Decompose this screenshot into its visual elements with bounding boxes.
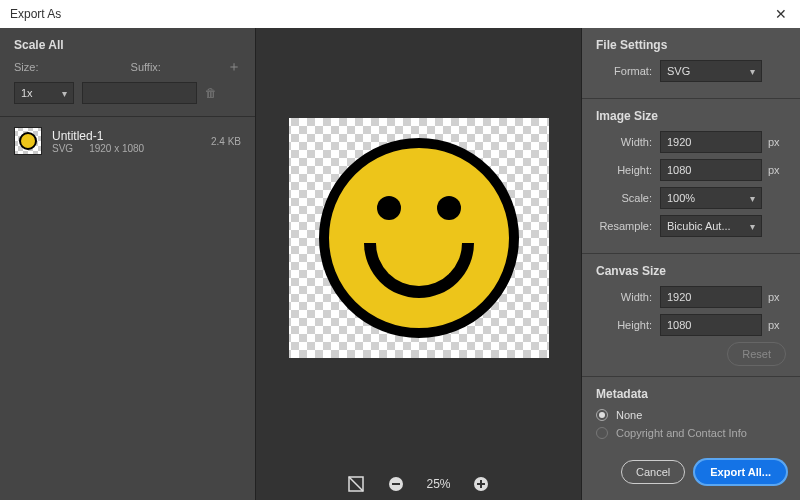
file-format: SVG xyxy=(52,143,73,154)
reset-button[interactable]: Reset xyxy=(727,342,786,366)
img-width-input[interactable]: 1920 xyxy=(660,131,762,153)
px-unit: px xyxy=(768,164,786,176)
chevron-down-icon: ▾ xyxy=(750,221,755,232)
file-name: Untitled-1 xyxy=(52,129,201,143)
canvas-size-section: Canvas Size Width: 1920 px Height: 1080 … xyxy=(582,254,800,377)
preview-image xyxy=(319,138,519,338)
svg-rect-5 xyxy=(480,480,482,488)
dialog-footer: Cancel Export All... xyxy=(582,455,800,489)
zoom-out-icon[interactable] xyxy=(386,474,406,494)
canvas-height-input[interactable]: 1080 xyxy=(660,314,762,336)
export-all-button[interactable]: Export All... xyxy=(695,460,786,484)
zoom-value: 25% xyxy=(426,477,450,491)
metadata-none-radio[interactable]: None xyxy=(596,409,786,421)
window-title: Export As xyxy=(10,7,61,21)
metadata-copyright-radio[interactable]: Copyright and Contact Info xyxy=(596,427,786,439)
size-value: 1x xyxy=(21,87,33,99)
right-panel: File Settings Format: SVG ▾ Image Size W… xyxy=(582,28,800,500)
cancel-button[interactable]: Cancel xyxy=(621,460,685,484)
preview-toolbar: 25% xyxy=(346,474,490,494)
chevron-down-icon: ▾ xyxy=(750,193,755,204)
metadata-title: Metadata xyxy=(596,383,786,409)
canvas-width-label: Width: xyxy=(596,291,652,303)
file-dimensions: 1920 x 1080 xyxy=(89,143,144,154)
px-unit: px xyxy=(768,319,786,331)
suffix-input[interactable] xyxy=(82,82,197,104)
canvas-height-label: Height: xyxy=(596,319,652,331)
image-size-title: Image Size xyxy=(596,105,786,131)
img-height-input[interactable]: 1080 xyxy=(660,159,762,181)
file-size: 2.4 KB xyxy=(211,136,241,147)
svg-rect-2 xyxy=(392,483,400,485)
img-scale-select[interactable]: 100%▾ xyxy=(660,187,762,209)
file-info: Untitled-1 SVG 1920 x 1080 xyxy=(52,129,201,154)
px-unit: px xyxy=(768,136,786,148)
dialog-content: Scale All Size: Suffix: ＋ 1x ▾ 🗑 Untitle… xyxy=(0,28,800,500)
scale-labels: Size: Suffix: ＋ xyxy=(0,58,255,82)
close-icon[interactable]: ✕ xyxy=(770,6,792,22)
resample-select[interactable]: Bicubic Aut...▾ xyxy=(660,215,762,237)
scale-row: 1x ▾ 🗑 xyxy=(0,82,255,114)
radio-icon xyxy=(596,427,608,439)
left-panel: Scale All Size: Suffix: ＋ 1x ▾ 🗑 Untitle… xyxy=(0,28,255,500)
img-width-label: Width: xyxy=(596,136,652,148)
chevron-down-icon: ▾ xyxy=(750,66,755,77)
suffix-label: Suffix: xyxy=(131,61,161,73)
title-bar: Export As ✕ xyxy=(0,0,800,28)
file-thumbnail xyxy=(14,127,42,155)
format-value: SVG xyxy=(667,65,690,77)
resample-label: Resample: xyxy=(596,220,652,232)
zoom-in-icon[interactable] xyxy=(471,474,491,494)
file-list-item[interactable]: Untitled-1 SVG 1920 x 1080 2.4 KB xyxy=(0,119,255,163)
add-size-icon[interactable]: ＋ xyxy=(227,58,241,76)
divider xyxy=(0,116,255,117)
preview-canvas xyxy=(289,118,549,358)
px-unit: px xyxy=(768,291,786,303)
format-label: Format: xyxy=(596,65,652,77)
image-size-section: Image Size Width: 1920 px Height: 1080 p… xyxy=(582,99,800,254)
img-scale-label: Scale: xyxy=(596,192,652,204)
aspect-toggle-icon[interactable] xyxy=(346,474,366,494)
canvas-width-input[interactable]: 1920 xyxy=(660,286,762,308)
img-height-label: Height: xyxy=(596,164,652,176)
preview-panel: 25% xyxy=(255,28,582,500)
size-select[interactable]: 1x ▾ xyxy=(14,82,74,104)
file-settings-section: File Settings Format: SVG ▾ xyxy=(582,28,800,99)
chevron-down-icon: ▾ xyxy=(62,88,67,99)
format-select[interactable]: SVG ▾ xyxy=(660,60,762,82)
metadata-copyright-label: Copyright and Contact Info xyxy=(616,427,747,439)
size-label: Size: xyxy=(14,61,38,73)
file-settings-title: File Settings xyxy=(596,34,786,60)
scale-all-title: Scale All xyxy=(0,28,255,58)
trash-icon[interactable]: 🗑 xyxy=(205,86,217,100)
metadata-none-label: None xyxy=(616,409,642,421)
metadata-section: Metadata None Copyright and Contact Info xyxy=(582,377,800,455)
radio-icon xyxy=(596,409,608,421)
canvas-size-title: Canvas Size xyxy=(596,260,786,286)
